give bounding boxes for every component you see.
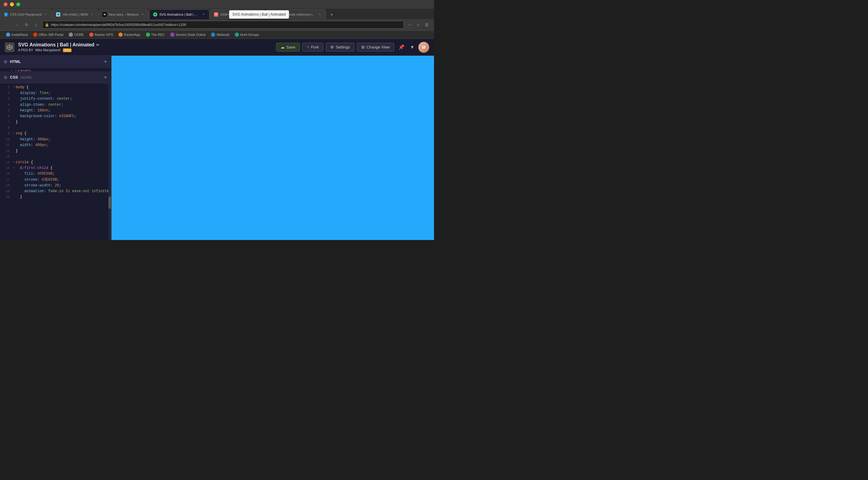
bookmark-label-hunt-groups: Hunt Groups [240,33,259,36]
bookmark-label-service-desk: Service Desk Online [176,33,206,36]
tab-title-codepen-ball: SVG Animations | Ball | Anim... [159,13,199,16]
save-button[interactable]: ☁ Save [276,43,300,52]
bookmark-icon-hunt-groups [235,33,239,37]
traffic-light-minimize[interactable] [10,2,14,6]
lock-icon: 🔒 [45,23,49,27]
css-scrollbar-thumb[interactable] [108,197,111,209]
css-chevron-icon[interactable]: ▼ [104,75,107,79]
css-line-4: 4 ▾ align-items: center; [0,102,108,108]
bookmark-label-rackerapp: RackerApp [124,33,140,36]
css-line-20: 20 ▾ } [0,194,108,200]
bookmark-webmail[interactable]: Webmail [209,32,232,37]
css-line-8: 8 ▾ [0,125,108,131]
css-scrollbar[interactable] [108,83,111,240]
codepen-logo[interactable] [5,42,14,52]
bookmark-icon-core [69,33,73,37]
bookmark-label-webmail: Webmail [216,33,229,36]
tab-tooltip: SVG Animations | Ball | Animated [229,10,289,19]
css-line-3: 3 ▾ justify-content: center; [0,96,108,102]
address-text: https://codepen.io/mikemang/pen/a6992d7b… [51,23,401,27]
bookmark-the-rec[interactable]: The REC [144,32,167,37]
edit-title-icon[interactable]: ✏ [96,43,99,47]
html-panel-title: HTML [10,59,21,64]
fork-icon: ⑂ [307,45,309,49]
settings-button[interactable]: ⚙ Settings [326,43,354,52]
traffic-light-close[interactable] [4,2,7,6]
pen-title: SVG Animations | Ball | Animated ✏ [18,42,273,47]
preview-area [112,56,434,240]
tab-nth-child[interactable]: M :nth-child() | MDN × [52,9,98,19]
css-line-7: 7 ▾ } [0,119,108,125]
refresh-button[interactable]: ↻ [23,21,30,28]
codepen-title-area: SVG Animations | Ball | Animated ✏ A PEN… [18,42,273,52]
save-icon: ☁ [281,45,284,49]
bookmark-insiderack[interactable]: InsideRack [4,32,30,37]
bookmark-racker-gps[interactable]: Racker GPS [87,32,116,37]
tab-close-codepen-ball[interactable]: × [201,12,206,16]
tab-codepen-ball[interactable]: ✦ SVG Animations | Ball | Anim... × [149,9,210,19]
html-chevron-icon[interactable]: ▼ [104,60,107,64]
tab-favicon-medium: M [102,12,107,16]
extensions-button[interactable]: ⋯ [406,21,413,28]
tab-close-medium[interactable]: × [141,12,145,16]
tab-medium[interactable]: M New story – Medium × [98,9,149,19]
pin-button[interactable]: 📌 [397,42,406,52]
css-code-editor[interactable]: 1 ▾ body { 2 ▾ display: flex; 3 [0,83,108,240]
css-line-6: 6 ▾ background-color: #25A9FC; [0,113,108,119]
css-gear-icon[interactable]: ⚙ [4,75,7,80]
bookmark-hunt-groups[interactable]: Hunt Groups [232,32,261,37]
bookmark-label-the-rec: The REC [151,33,165,36]
change-view-icon: ⊞ [361,45,365,49]
user-avatar[interactable]: M [418,42,429,53]
tab-favicon-motion: P [214,12,218,16]
bookmark-label-racker-gps: Racker GPS [95,33,113,36]
tab-close-css-grid[interactable]: × [43,12,48,16]
bookmark-icon-service-desk [170,33,175,37]
css-line-11: 11 ▾ width: 400px; [0,142,108,148]
bookmarks-bar: InsideRack Office 365 Portal CORE Racker… [0,31,434,39]
home-button[interactable]: ⌂ [33,21,40,28]
css-line-5: 5 ▾ height: 100vh; [0,108,108,113]
tab-css-grid[interactable]: C CSS Grid Playground × [0,9,52,19]
new-tab-button[interactable]: + [328,10,336,19]
css-line-9: 9 ▾ svg { [0,131,108,136]
fork-button[interactable]: ⑂ Fork [302,43,323,52]
settings-icon: ⚙ [330,45,334,49]
html-gear-icon[interactable]: ⚙ [4,59,7,64]
tab-close-nth-child[interactable]: × [90,12,94,16]
css-panel-header: ⚙ CSS (SCSS) ▼ [0,71,111,83]
tab-favicon-codepen-ball: ✦ [153,12,157,16]
bookmark-service-desk[interactable]: Service Desk Online [168,32,208,37]
css-line-17: 17 ▾ stroke: #3E829B; [0,177,108,183]
bookmark-label-core: CORE [74,33,84,36]
header-chevron[interactable]: ▼ [409,42,416,52]
back-button[interactable]: ← [4,21,11,28]
tabs-bar: C CSS Grid Playground × M :nth-child() |… [0,9,434,19]
css-line-2: 2 ▾ display: flex; [0,90,108,96]
css-panel-title: CSS [10,75,18,79]
css-panel: ⚙ CSS (SCSS) ▼ 1 ▾ body { [0,71,111,240]
forward-button[interactable]: → [13,21,21,28]
css-line-18: 18 ▾ stroke-width: 20; [0,183,108,188]
bookmark-icon-webmail [211,33,215,37]
tab-title-nth-child: :nth-child() | MDN [62,13,88,16]
bookmark-icon-rackerapp [119,33,123,37]
bookmark-core[interactable]: CORE [66,32,86,37]
tab-title-css-grid: CSS Grid Playground [10,13,41,16]
traffic-light-fullscreen[interactable] [16,2,20,6]
css-line-19: 19 ▾ animation: fade-in 2s ease-out infi… [0,188,108,194]
address-bar[interactable]: 🔒 https://codepen.io/mikemang/pen/a6992d… [42,21,404,29]
codepen-actions: ☁ Save ⑂ Fork ⚙ Settings ⊞ Change View 📌… [276,42,429,53]
author-name[interactable]: Mike Mangialardi [35,48,60,52]
change-view-button[interactable]: ⊞ Change View [357,43,394,52]
codepen-header: SVG Animations | Ball | Animated ✏ A PEN… [0,39,434,56]
bookmark-icon-insiderack [6,33,10,37]
css-line-1: 1 ▾ body { [0,84,108,90]
tab-close-svgattr[interactable]: × [318,12,322,16]
bookmark-office365[interactable]: Office 365 Portal [31,32,66,37]
bookmark-rackerapp[interactable]: RackerApp [116,32,143,37]
bookmark-button[interactable]: ☆ [415,21,422,28]
pro-badge: PRO [63,48,71,52]
menu-button[interactable]: ☰ [423,21,430,28]
css-line-12: 12 ▾ } [0,148,108,154]
